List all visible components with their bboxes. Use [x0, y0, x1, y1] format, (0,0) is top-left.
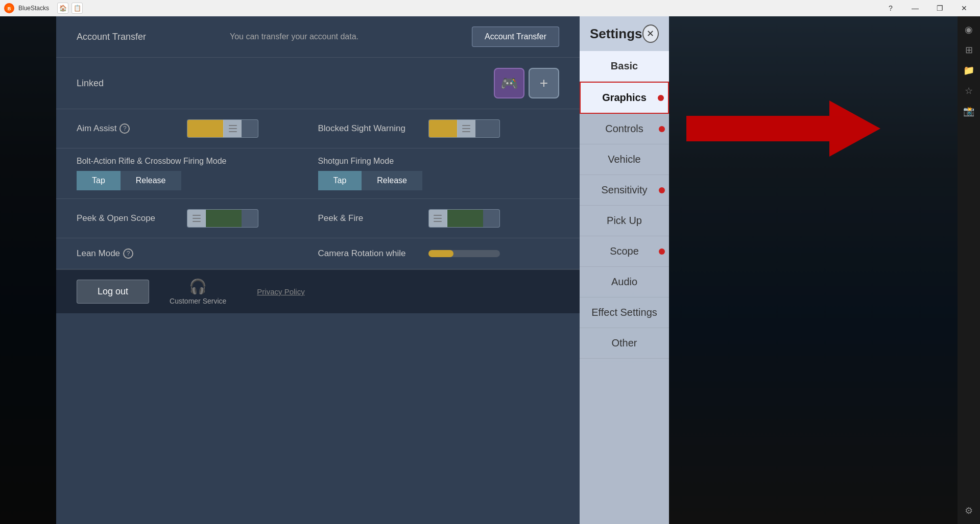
nav-scope-label: Scope — [610, 245, 639, 257]
toggle-handle — [223, 120, 242, 137]
restore-button[interactable]: ❐ — [928, 0, 951, 16]
main-area: Account Transfer You can transfer your a… — [0, 16, 980, 524]
shotgun-label: Shotgun Firing Mode — [318, 157, 560, 166]
lean-row: Lean Mode ? Camera Rotation while — [56, 238, 580, 269]
edge-icon-1[interactable]: ◉ — [960, 20, 978, 39]
blocked-sight-toggle[interactable] — [428, 119, 500, 138]
title-bar: B BlueStacks 🏠 📋 ? — ❐ ✕ — [0, 0, 980, 16]
scope-row: Peek & Open Scope — [56, 199, 580, 238]
nav-item-pickup[interactable]: Pick Up — [580, 206, 669, 236]
account-transfer-button[interactable]: Account Transfer — [472, 27, 559, 47]
settings-close-button[interactable]: ✕ — [642, 24, 659, 43]
window-controls: ? — ❐ ✕ — [879, 0, 976, 16]
aim-assist-row: Aim Assist ? — [56, 109, 580, 148]
peek-scope-toggle[interactable] — [187, 209, 258, 228]
settings-panel: Account Transfer You can transfer your a… — [56, 16, 669, 524]
nav-vehicle-label: Vehicle — [608, 154, 641, 165]
nav-item-scope[interactable]: Scope — [580, 236, 669, 267]
nav-item-basic[interactable]: Basic — [580, 51, 669, 82]
aim-assist-toggle[interactable] — [187, 119, 258, 138]
nav-item-graphics[interactable]: Graphics — [580, 82, 669, 114]
settings-header: Settings ✕ — [580, 16, 669, 51]
edge-icon-2[interactable]: ⊞ — [960, 41, 978, 59]
nav-item-vehicle[interactable]: Vehicle — [580, 144, 669, 175]
close-button[interactable]: ✕ — [952, 0, 976, 16]
camera-rotation-label: Camera Rotation while — [318, 248, 420, 259]
nav-graphics-label: Graphics — [602, 92, 647, 104]
toggle-lines-fire — [429, 215, 446, 222]
privacy-policy-link[interactable]: Privacy Policy — [257, 287, 304, 296]
peek-fire-toggle[interactable] — [428, 209, 500, 228]
lean-mode-label: Lean Mode ? — [77, 248, 179, 259]
logout-button[interactable]: Log out — [77, 280, 149, 304]
toggle-handle-blocked — [457, 120, 475, 137]
customer-service-link[interactable]: 🎧 Customer Service — [170, 278, 226, 305]
account-transfer-row: Account Transfer You can transfer your a… — [56, 16, 580, 58]
account-transfer-label: Account Transfer — [77, 32, 230, 42]
nav-item-controls[interactable]: Controls — [580, 114, 669, 144]
nav-audio-label: Audio — [611, 276, 637, 288]
nav-item-effect-settings[interactable]: Effect Settings — [580, 297, 669, 328]
aim-assist-label: Aim Assist ? — [77, 123, 179, 134]
toggle-filled-left — [187, 120, 223, 137]
copy-button[interactable]: 📋 — [71, 3, 83, 14]
shotgun-release-button[interactable]: Release — [362, 171, 422, 190]
controls-notification-dot — [659, 126, 665, 132]
tls3 — [193, 221, 201, 222]
sidebar-nav: Basic Graphics Controls Vehicle Sensit — [580, 51, 669, 524]
right-sidebar: Settings ✕ Basic Graphics Controls — [580, 16, 669, 524]
aim-assist-help-icon[interactable]: ? — [119, 123, 130, 134]
linked-gamepad-icon: 🎮 — [494, 68, 524, 98]
app-title: BlueStacks — [18, 5, 49, 12]
left-sidebar-overlay — [0, 16, 56, 524]
nav-basic-label: Basic — [611, 60, 638, 72]
customer-service-label: Customer Service — [170, 297, 226, 305]
toggle-line-3 — [229, 131, 237, 132]
aim-assist-item: Aim Assist ? — [77, 119, 318, 138]
svg-text:B: B — [8, 6, 11, 11]
nav-item-other[interactable]: Other — [580, 328, 669, 359]
blocked-sight-item: Blocked Sight Warning — [318, 119, 560, 138]
bolt-action-release-button[interactable]: Release — [121, 171, 181, 190]
nav-effect-settings-label: Effect Settings — [591, 307, 657, 318]
shotgun-buttons: Tap Release — [318, 171, 560, 190]
edge-icon-6[interactable]: ⚙ — [960, 502, 978, 520]
minimize-button[interactable]: — — [903, 0, 927, 16]
account-transfer-action: Account Transfer — [472, 27, 559, 47]
bolt-action-tap-button[interactable]: Tap — [77, 171, 121, 190]
edge-icon-3[interactable]: 📁 — [960, 61, 978, 80]
nav-controls-label: Controls — [605, 123, 643, 135]
blocked-sight-label: Blocked Sight Warning — [318, 123, 420, 134]
nav-item-audio[interactable]: Audio — [580, 267, 669, 297]
peek-fire-item: Peek & Fire — [318, 209, 560, 228]
lean-mode-item: Lean Mode ? — [77, 248, 318, 259]
linked-add-button[interactable]: + — [529, 68, 559, 98]
title-bar-icons: 🏠 📋 — [57, 3, 83, 14]
linked-row: Linked 🎮 + — [56, 58, 580, 109]
toggle-line-b1 — [462, 125, 470, 126]
shotgun-item: Shotgun Firing Mode Tap Release — [318, 157, 560, 190]
bolt-action-item: Bolt-Action Rifle & Crossbow Firing Mode… — [77, 157, 318, 190]
settings-title: Settings — [590, 26, 642, 42]
shotgun-tap-button[interactable]: Tap — [318, 171, 362, 190]
nav-item-sensitivity[interactable]: Sensitivity — [580, 175, 669, 206]
toggle-line-b3 — [462, 131, 470, 132]
nav-other-label: Other — [611, 337, 637, 349]
toggle-handle-scope — [187, 210, 206, 227]
home-button[interactable]: 🏠 — [57, 3, 68, 14]
toggle-dark-fire — [447, 210, 483, 227]
help-button[interactable]: ? — [879, 0, 902, 16]
lean-mode-help-icon[interactable]: ? — [123, 248, 133, 259]
toggle-dark-scope — [206, 210, 242, 227]
nav-sensitivity-label: Sensitivity — [601, 184, 647, 196]
firing-mode-row: Bolt-Action Rifle & Crossbow Firing Mode… — [56, 148, 580, 199]
bolt-action-buttons: Tap Release — [77, 171, 318, 190]
camera-rotation-slider[interactable] — [428, 250, 500, 257]
edge-icon-4[interactable]: ☆ — [960, 82, 978, 100]
edge-icon-5[interactable]: 📸 — [960, 102, 978, 120]
peek-scope-item: Peek & Open Scope — [77, 209, 318, 228]
bolt-action-label: Bolt-Action Rifle & Crossbow Firing Mode — [77, 157, 318, 166]
toggle-filled-blocked — [429, 120, 457, 137]
peek-scope-label: Peek & Open Scope — [77, 213, 179, 223]
graphics-notification-dot — [658, 95, 664, 101]
